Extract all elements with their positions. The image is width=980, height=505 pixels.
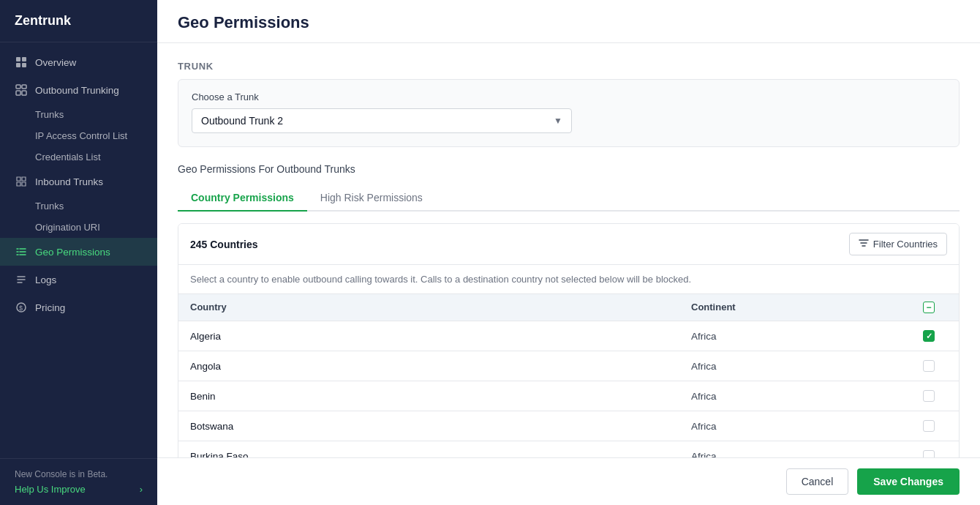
sidebar-subitem-trunks-in[interactable]: Trunks xyxy=(0,195,157,217)
table-scroll-area: Algeria Africa Angola Africa Benin xyxy=(178,321,959,457)
trunk-select-dropdown[interactable]: Outbound Trunk 2 ▼ xyxy=(192,108,572,133)
outbound-icon xyxy=(15,83,28,97)
main-content: Geo Permissions Trunk Choose a Trunk Out… xyxy=(157,0,980,505)
logs-icon xyxy=(15,273,28,286)
cell-country: Benin xyxy=(190,391,691,402)
table-column-headers: Country Continent xyxy=(178,294,959,321)
table-header-bar: 245 Countries Filter Countries xyxy=(178,224,959,265)
row-checkbox-algeria[interactable] xyxy=(923,330,935,342)
tab-high-risk-permissions[interactable]: High Risk Permissions xyxy=(307,185,436,212)
sidebar-item-label-geo: Geo Permissions xyxy=(35,247,110,258)
cell-continent: Africa xyxy=(691,361,911,372)
footer: Cancel Save Changes xyxy=(157,457,980,505)
sidebar-subitem-trunks-out[interactable]: Trunks xyxy=(0,104,157,125)
pricing-icon: $ xyxy=(15,301,28,314)
selected-trunk-value: Outbound Trunk 2 xyxy=(201,115,283,127)
cell-country: Burkina Faso xyxy=(190,451,691,458)
svg-rect-1 xyxy=(22,57,26,61)
row-checkbox-burkina-faso[interactable] xyxy=(923,450,935,457)
col-header-check xyxy=(911,302,947,313)
filter-icon xyxy=(859,238,869,250)
table-row: Burkina Faso Africa xyxy=(178,441,959,457)
cell-country: Angola xyxy=(190,361,691,372)
svg-rect-4 xyxy=(16,85,20,89)
cell-check xyxy=(911,330,947,342)
app-logo: Zentrunk xyxy=(0,0,157,42)
sidebar-bottom: New Console is in Beta. Help Us Improve … xyxy=(0,458,157,505)
save-changes-button[interactable]: Save Changes xyxy=(857,468,960,495)
trunk-section-label: Trunk xyxy=(178,61,960,72)
col-header-continent: Continent xyxy=(691,302,911,313)
cell-continent: Africa xyxy=(691,331,911,342)
sidebar-item-label-outbound: Outbound Trunking xyxy=(35,85,119,96)
svg-rect-0 xyxy=(16,57,20,61)
svg-rect-3 xyxy=(22,63,26,67)
sidebar: Zentrunk Overview xyxy=(0,0,157,505)
sidebar-nav: Overview Outbound Trunking Trunks IP Acc… xyxy=(0,42,157,458)
help-link[interactable]: Help Us Improve › xyxy=(15,484,143,495)
svg-rect-2 xyxy=(16,63,20,67)
sidebar-item-label-pricing: Pricing xyxy=(35,302,65,313)
sidebar-item-geo-permissions[interactable]: Geo Permissions xyxy=(0,238,157,266)
cell-check xyxy=(911,450,947,457)
sidebar-item-outbound[interactable]: Outbound Trunking xyxy=(0,76,157,104)
sidebar-item-inbound[interactable]: Inbound Trunks xyxy=(0,168,157,195)
sidebar-item-label-logs: Logs xyxy=(35,274,56,285)
geo-icon xyxy=(15,245,28,258)
sidebar-item-overview[interactable]: Overview xyxy=(0,48,157,76)
countries-table-container: 245 Countries Filter Countries Select a … xyxy=(178,223,960,457)
select-all-checkbox[interactable] xyxy=(923,302,935,313)
sidebar-item-label-inbound: Inbound Trunks xyxy=(35,176,103,187)
table-row: Benin Africa xyxy=(178,381,959,411)
page-header: Geo Permissions xyxy=(157,0,980,43)
row-checkbox-benin[interactable] xyxy=(923,390,935,402)
geo-section-title: Geo Permissions For Outbound Trunks xyxy=(178,163,960,175)
grid-icon xyxy=(15,56,28,69)
cell-country: Botswana xyxy=(190,421,691,432)
sidebar-item-logs[interactable]: Logs xyxy=(0,266,157,293)
sidebar-subitem-ip-access-control[interactable]: IP Access Control List xyxy=(0,125,157,146)
table-row: Angola Africa xyxy=(178,351,959,381)
row-checkbox-angola[interactable] xyxy=(923,360,935,372)
choose-trunk-label: Choose a Trunk xyxy=(192,91,946,102)
cancel-button[interactable]: Cancel xyxy=(786,468,849,495)
cell-check xyxy=(911,390,947,402)
sidebar-subitem-origination-uri[interactable]: Origination URI xyxy=(0,217,157,238)
permissions-tabs: Country Permissions High Risk Permission… xyxy=(178,185,960,212)
cell-check xyxy=(911,420,947,432)
cell-continent: Africa xyxy=(691,421,911,432)
inbound-icon xyxy=(15,175,28,188)
beta-text: New Console is in Beta. xyxy=(15,469,108,479)
info-text: Select a country to enable outbound call… xyxy=(178,265,959,294)
svg-rect-6 xyxy=(16,91,20,95)
chevron-right-icon: › xyxy=(140,484,143,495)
choose-trunk-box: Choose a Trunk Outbound Trunk 2 ▼ xyxy=(178,79,960,147)
svg-text:$: $ xyxy=(19,304,23,312)
table-row: Botswana Africa xyxy=(178,411,959,441)
sidebar-item-pricing[interactable]: $ Pricing xyxy=(0,293,157,321)
col-header-country: Country xyxy=(190,302,691,313)
filter-countries-button[interactable]: Filter Countries xyxy=(849,233,947,255)
row-checkbox-botswana[interactable] xyxy=(923,420,935,432)
main-body: Trunk Choose a Trunk Outbound Trunk 2 ▼ … xyxy=(157,43,980,457)
dropdown-arrow-icon: ▼ xyxy=(554,116,562,126)
cell-check xyxy=(911,360,947,372)
countries-count: 245 Countries xyxy=(190,239,258,250)
sidebar-subitem-credentials[interactable]: Credentials List xyxy=(0,146,157,168)
svg-rect-7 xyxy=(22,91,26,95)
cell-continent: Africa xyxy=(691,391,911,402)
cell-country: Algeria xyxy=(190,331,691,342)
sidebar-item-label-overview: Overview xyxy=(35,57,76,68)
tab-country-permissions[interactable]: Country Permissions xyxy=(178,185,307,212)
cell-continent: Africa xyxy=(691,451,911,458)
page-title: Geo Permissions xyxy=(178,13,960,32)
svg-rect-5 xyxy=(22,85,26,89)
table-row: Algeria Africa xyxy=(178,321,959,351)
